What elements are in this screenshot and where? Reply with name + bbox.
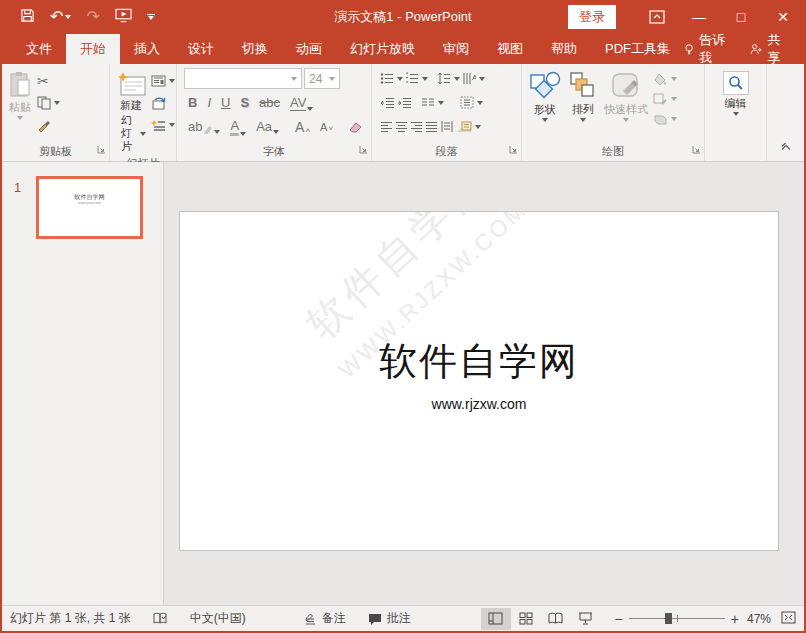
slide-title[interactable]: 软件自学网: [180, 336, 778, 387]
align-left-button[interactable]: [380, 119, 393, 135]
zoom-in-button[interactable]: +: [731, 611, 739, 627]
clear-formatting-button[interactable]: [345, 121, 366, 133]
minimize-button[interactable]: —: [678, 0, 720, 34]
undo-icon: ↶: [50, 9, 63, 25]
paste-dropdown-icon[interactable]: [17, 116, 23, 120]
character-spacing-button[interactable]: AV: [286, 95, 317, 111]
strikethrough-button[interactable]: abc: [255, 95, 284, 110]
close-button[interactable]: ✕: [762, 0, 804, 34]
font-color-button[interactable]: A: [226, 118, 250, 136]
tab-help[interactable]: 帮助: [537, 34, 591, 64]
editing-button[interactable]: 编辑: [720, 69, 752, 143]
start-slideshow-icon[interactable]: [115, 8, 132, 27]
slide-thumbnail[interactable]: 软件自学网 www.rjzxw.com: [36, 176, 143, 239]
slideshow-view-button[interactable]: [571, 608, 601, 630]
slide-sorter-view-button[interactable]: [511, 608, 541, 630]
tab-animations[interactable]: 动画: [282, 34, 336, 64]
numbering-icon: [405, 72, 419, 85]
undo-dropdown-icon[interactable]: [65, 15, 71, 19]
paste-button[interactable]: 粘贴: [5, 69, 35, 143]
line-spacing-button[interactable]: [437, 71, 460, 87]
ribbon-display-options-icon[interactable]: [636, 0, 678, 34]
clipboard-dialog-launcher[interactable]: [97, 140, 106, 158]
shrink-font-button[interactable]: A˅: [316, 121, 337, 133]
section-button[interactable]: [151, 117, 175, 133]
shape-outline-button[interactable]: [653, 91, 677, 107]
paragraph-dialog-launcher[interactable]: [509, 140, 518, 158]
zoom-slider[interactable]: [629, 618, 725, 619]
reading-view-button[interactable]: [541, 608, 571, 630]
zoom-out-button[interactable]: −: [615, 611, 623, 627]
save-icon[interactable]: [20, 8, 35, 27]
copy-button[interactable]: [37, 95, 60, 111]
notes-button[interactable]: 备注: [304, 610, 346, 627]
tab-pdf-tools[interactable]: PDF工具集: [591, 34, 684, 64]
tell-me-box[interactable]: 告诉我: [684, 31, 730, 67]
shape-fill-button[interactable]: [653, 71, 677, 87]
normal-view-button[interactable]: [481, 608, 511, 630]
cut-button[interactable]: ✂: [37, 73, 60, 89]
increase-indent-button[interactable]: [397, 95, 412, 111]
spell-check-icon[interactable]: [153, 612, 168, 625]
language-indicator[interactable]: 中文(中国): [190, 610, 246, 627]
align-text-button[interactable]: [460, 95, 483, 111]
text-shadow-button[interactable]: S: [236, 95, 253, 110]
bullets-button[interactable]: [380, 71, 403, 87]
justify-button[interactable]: [425, 119, 438, 135]
drawing-dialog-launcher[interactable]: [692, 140, 701, 158]
format-painter-button[interactable]: [37, 117, 60, 133]
clipboard-group-label: 剪贴板: [2, 143, 109, 161]
smartart-button[interactable]: [456, 119, 481, 135]
undo-button[interactable]: ↶: [50, 9, 71, 25]
collapse-ribbon-icon[interactable]: [780, 137, 792, 155]
tab-file[interactable]: 文件: [12, 34, 66, 64]
reset-slide-button[interactable]: [151, 95, 175, 111]
zoom-slider-handle[interactable]: [665, 613, 672, 624]
grow-font-button[interactable]: A˄: [291, 119, 314, 135]
slide-layout-button[interactable]: [151, 73, 175, 89]
editing-dropdown-icon[interactable]: [733, 112, 739, 116]
align-right-button[interactable]: [410, 119, 423, 135]
maximize-button[interactable]: □: [720, 0, 762, 34]
decrease-indent-button[interactable]: [380, 95, 395, 111]
tab-view[interactable]: 视图: [483, 34, 537, 64]
tab-slideshow[interactable]: 幻灯片放映: [336, 34, 429, 64]
svg-text:A: A: [472, 73, 476, 82]
current-slide[interactable]: 软件自学网 WWW.RJZXW.COM 软件自学网 www.rjzxw.com: [179, 211, 779, 551]
font-name-combobox[interactable]: [184, 68, 302, 89]
customize-qat-icon[interactable]: [147, 14, 155, 20]
zoom-percentage[interactable]: 47%: [747, 612, 771, 626]
slide-subtitle[interactable]: www.rjzxw.com: [180, 396, 778, 412]
comments-button[interactable]: 批注: [368, 610, 411, 627]
tab-design[interactable]: 设计: [174, 34, 228, 64]
align-center-button[interactable]: [395, 119, 408, 135]
font-dialog-launcher[interactable]: [359, 140, 368, 158]
columns-button[interactable]: [421, 95, 444, 111]
shapes-button[interactable]: 形状: [525, 69, 565, 143]
quick-styles-dropdown-icon[interactable]: [623, 118, 629, 122]
new-slide-dropdown-icon[interactable]: [140, 132, 146, 136]
arrange-dropdown-icon[interactable]: [580, 118, 586, 122]
underline-button[interactable]: U: [217, 95, 234, 110]
sign-in-button[interactable]: 登录: [568, 5, 616, 29]
shape-effects-button[interactable]: [653, 111, 677, 127]
tab-review[interactable]: 审阅: [429, 34, 483, 64]
fit-slide-to-window-button[interactable]: [781, 611, 796, 627]
quick-styles-button[interactable]: 快速样式: [601, 69, 651, 143]
font-size-combobox[interactable]: 24: [304, 68, 340, 89]
distribute-button[interactable]: [440, 119, 454, 135]
reset-icon: [151, 97, 166, 110]
new-slide-button[interactable]: 新建 幻灯片: [113, 69, 149, 155]
tab-insert[interactable]: 插入: [120, 34, 174, 64]
numbering-button[interactable]: [405, 71, 428, 87]
italic-button[interactable]: I: [203, 95, 215, 110]
shapes-dropdown-icon[interactable]: [542, 118, 548, 122]
text-direction-button[interactable]: A: [462, 71, 485, 87]
tab-transitions[interactable]: 切换: [228, 34, 282, 64]
bold-button[interactable]: B: [184, 95, 201, 110]
tab-home[interactable]: 开始: [66, 34, 120, 64]
change-case-button[interactable]: Aa: [252, 119, 283, 134]
arrange-button[interactable]: 排列: [565, 69, 601, 143]
highlight-color-button[interactable]: ab: [184, 119, 224, 134]
share-button[interactable]: 共享: [750, 31, 788, 67]
